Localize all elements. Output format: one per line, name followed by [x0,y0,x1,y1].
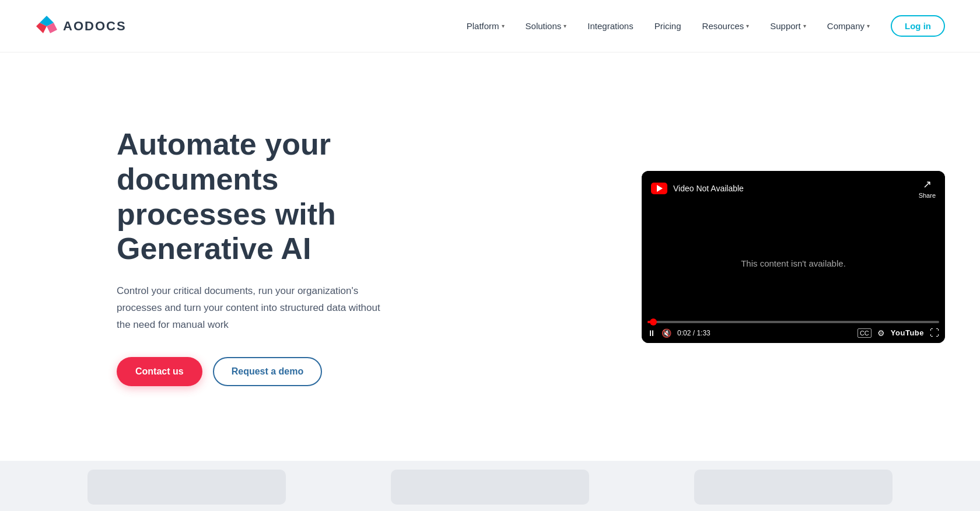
youtube-icon [651,183,667,194]
chevron-down-icon: ▾ [502,23,505,29]
chevron-down-icon: ▾ [564,23,566,29]
video-progress-dot [650,318,657,326]
nav-item-pricing[interactable]: Pricing [654,21,681,31]
youtube-play-triangle [657,185,663,192]
request-demo-button[interactable]: Request a demo [213,357,323,386]
video-content-area: This content isn't available. [642,206,945,321]
video-time-display: 0:02 / 1:33 [677,329,710,337]
chevron-down-icon: ▾ [803,23,806,29]
teaser-pill-3 [694,470,892,505]
video-progress-bar[interactable] [648,321,939,323]
nav-item-login[interactable]: Log in [891,15,945,37]
hero-buttons: Contact us Request a demo [117,357,420,386]
pause-button[interactable]: ⏸ [648,328,656,338]
contact-us-button[interactable]: Contact us [117,357,202,386]
logo[interactable]: AODOCS [35,15,127,38]
video-bottom-bar: ⏸ 🔇 0:02 / 1:33 CC ⚙ YouTube ⛶ [642,321,945,343]
fullscreen-button[interactable]: ⛶ [930,328,939,338]
video-player[interactable]: Video Not Available ↗ Share This content… [642,171,945,343]
share-icon: ↗ [923,178,932,191]
nav-item-company[interactable]: Company ▾ [827,21,870,31]
video-top-bar: Video Not Available ↗ Share [642,171,945,206]
teaser-pill-2 [391,470,589,505]
navbar: AODOCS Platform ▾ Solutions ▾ Integratio… [0,0,980,52]
hero-title: Automate your documents processes with G… [117,127,420,267]
nav-item-support[interactable]: Support ▾ [770,21,806,31]
nav-item-resources[interactable]: Resources ▾ [702,21,750,31]
settings-icon[interactable]: ⚙ [877,328,885,338]
teaser-pill-1 [88,470,286,505]
hero-section: Automate your documents processes with G… [0,52,980,461]
youtube-logo-text: YouTube [891,328,924,337]
nav-item-integrations[interactable]: Integrations [587,21,633,31]
nav-item-solutions[interactable]: Solutions ▾ [526,21,567,31]
logo-text: AODOCS [63,19,127,34]
hero-description: Control your critical documents, run you… [117,283,385,334]
video-share-button[interactable]: ↗ Share [919,178,936,199]
bottom-teaser [0,461,980,511]
hero-video: Video Not Available ↗ Share This content… [642,171,945,343]
nav-item-platform[interactable]: Platform ▾ [467,21,505,31]
chevron-down-icon: ▾ [746,23,749,29]
logo-icon [35,15,58,38]
mute-button[interactable]: 🔇 [662,328,671,338]
video-not-available-label: Video Not Available [673,184,744,193]
share-label: Share [919,192,936,199]
hero-content: Automate your documents processes with G… [117,127,420,386]
cc-button[interactable]: CC [858,328,872,338]
video-unavailable-message: This content isn't available. [741,258,846,268]
chevron-down-icon: ▾ [867,23,870,29]
nav-menu: Platform ▾ Solutions ▾ Integrations Pric… [467,15,945,37]
video-controls: ⏸ 🔇 0:02 / 1:33 CC ⚙ YouTube ⛶ [648,328,939,338]
